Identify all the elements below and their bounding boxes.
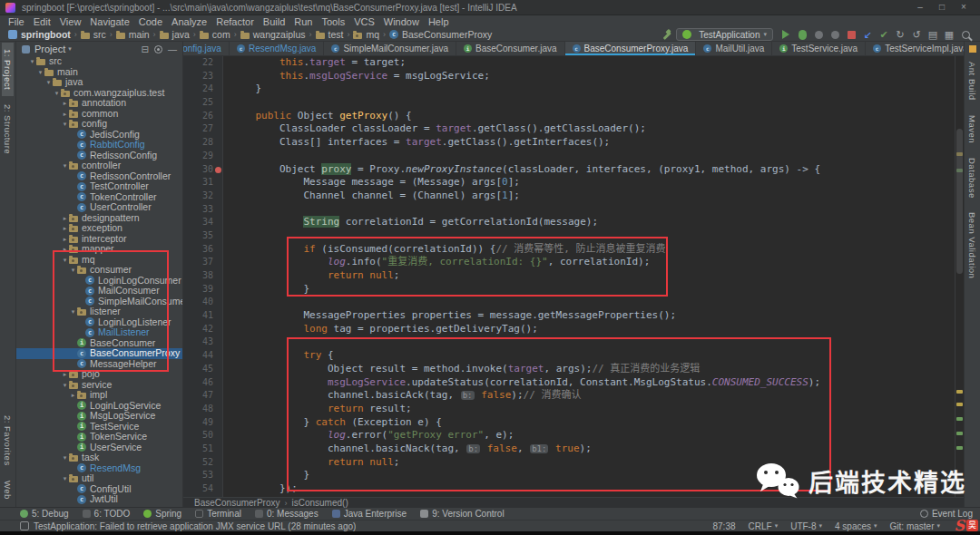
editor-area[interactable]: 2223242526272829303132333435363738394041… — [183, 56, 964, 497]
crumb-mq[interactable]: mq — [352, 29, 380, 40]
chevron-right-icon[interactable]: ▸ — [61, 109, 69, 120]
build-hammer-icon[interactable] — [662, 29, 672, 40]
tab-testservice-java[interactable]: iTestService.java — [772, 42, 866, 55]
tree-item-controller[interactable]: ▾controller — [16, 160, 182, 171]
chevron-down-icon[interactable]: ▾ — [36, 67, 44, 78]
chevron-down-icon[interactable]: ▾ — [69, 265, 77, 276]
tool-button-2-structure[interactable]: 2: Structure — [2, 98, 14, 160]
tool-button-spring[interactable]: Spring — [143, 509, 181, 519]
tool-button-0-messages[interactable]: 0: Messages — [255, 509, 318, 519]
chevron-right-icon[interactable]: ▸ — [61, 369, 69, 380]
collapse-all-icon[interactable]: ⊟ — [142, 44, 149, 54]
menu-item-run[interactable]: Run — [289, 15, 317, 28]
history-icon[interactable]: ↻ — [893, 29, 907, 41]
chevron-down-icon[interactable]: ▾ — [28, 56, 36, 67]
minimize-icon[interactable]: – — [909, 0, 931, 15]
search-everywhere-icon[interactable] — [958, 29, 973, 41]
tree-item-usercontroller[interactable]: cUserController — [16, 202, 182, 213]
tree-item-task[interactable]: ▾task — [16, 452, 182, 463]
tab-rabbitconfig-java[interactable]: cRabbitConfig.java — [183, 42, 230, 55]
menu-item-vcs[interactable]: VCS — [349, 15, 379, 28]
debug-icon[interactable] — [795, 29, 809, 41]
tool-button-5-debug[interactable]: 5: Debug — [20, 509, 69, 519]
tree-item-maillistener[interactable]: cMailListener — [16, 327, 182, 338]
chevron-right-icon[interactable]: ▸ — [69, 390, 77, 401]
status-utf-8[interactable]: UTF-8▾ — [790, 521, 822, 531]
run-config-selector[interactable]: TestApplication ▾ — [676, 28, 773, 41]
close-icon[interactable]: × — [953, 0, 975, 15]
tab-simplemailconsumer-java[interactable]: cSimpleMailConsumer.java — [324, 42, 456, 55]
status-crlf[interactable]: CRLF▾ — [749, 521, 779, 531]
crumb-baseconsumerproxy[interactable]: cBaseConsumerProxy — [388, 29, 493, 40]
tree-item-util[interactable]: ▾util — [16, 473, 182, 484]
tree-item-testcontroller[interactable]: cTestController — [16, 181, 182, 192]
stop-icon[interactable] — [844, 29, 858, 41]
tool-button-9-version-control[interactable]: 9: Version Control — [420, 509, 505, 519]
tool-button-2-favorites[interactable]: 2: Favorites — [2, 409, 14, 472]
chevron-down-icon[interactable]: ▾ — [69, 306, 77, 317]
project-panel-title[interactable]: Project — [34, 44, 65, 54]
status-git-master[interactable]: Git: master▾ — [890, 521, 940, 531]
tree-item-tokenservice[interactable]: iTokenService — [16, 432, 182, 443]
tree-item-annotation[interactable]: ▸annotation — [16, 98, 182, 109]
chevron-down-icon[interactable]: ▾ — [61, 119, 69, 130]
tab-resendmsg-java[interactable]: cResendMsg.java — [230, 42, 324, 55]
tree-item-msglogservice[interactable]: iMsgLogService — [16, 411, 182, 422]
menu-item-analyze[interactable]: Analyze — [167, 15, 211, 28]
menu-item-code[interactable]: Code — [134, 15, 167, 28]
tab-baseconsumerproxy-java[interactable]: cBaseConsumerProxy.java — [565, 42, 697, 55]
menu-item-refactor[interactable]: Refactor — [211, 15, 259, 28]
menu-item-view[interactable]: View — [55, 15, 86, 28]
menu-item-tools[interactable]: Tools — [317, 15, 349, 28]
menu-item-edit[interactable]: Edit — [29, 15, 55, 28]
crumb-com[interactable]: com — [199, 29, 231, 40]
hide-panel-icon[interactable]: — — [168, 44, 177, 54]
tree-item-main[interactable]: ▾main — [16, 67, 182, 78]
status-message[interactable]: TestApplication: Failed to retrieve appl… — [20, 521, 356, 531]
tree-item-exception[interactable]: ▸exception — [16, 223, 182, 234]
commit-icon[interactable]: ✔ — [877, 29, 891, 41]
settings-icon[interactable] — [154, 45, 162, 54]
scrollbar-thumb[interactable] — [956, 129, 963, 274]
tool-button-6-todo[interactable]: 6: TODO — [83, 509, 131, 519]
tool-button-ant-build[interactable]: Ant Build — [966, 55, 978, 107]
menu-item-navigate[interactable]: Navigate — [85, 15, 133, 28]
chevron-right-icon[interactable]: ▸ — [61, 223, 69, 234]
crumb-java[interactable]: java — [159, 29, 191, 40]
tree-item-consumer[interactable]: ▾consumer — [16, 265, 182, 276]
update-project-icon[interactable]: ↙ — [860, 29, 875, 41]
tree-item-listener[interactable]: ▾listener — [16, 306, 182, 317]
rollback-icon[interactable]: ↺ — [909, 29, 924, 41]
status-4-spaces[interactable]: 4 spaces▾ — [835, 521, 877, 531]
menu-item-help[interactable]: Help — [424, 15, 454, 28]
chevron-down-icon[interactable]: ▾ — [68, 45, 72, 53]
tab-testserviceimpl-java[interactable]: cTestServiceImpl.java — [866, 42, 964, 55]
tool-button-java-enterprise[interactable]: Java Enterprise — [332, 509, 407, 519]
editor-crumb-isconsumed[interactable]: isConsumed() — [289, 498, 349, 508]
tree-item-src[interactable]: ▾src — [16, 56, 182, 67]
chevron-right-icon[interactable]: ▸ — [61, 213, 69, 224]
tree-item-jwtutil[interactable]: cJwtUtil — [16, 494, 182, 505]
layout-icon[interactable]: ▦ — [942, 29, 956, 41]
tree-item-pojo[interactable]: ▸pojo — [16, 369, 182, 380]
chevron-right-icon[interactable]: ▸ — [61, 98, 69, 109]
status-87-38[interactable]: 87:38 — [713, 521, 736, 531]
crumb-test[interactable]: test — [315, 29, 345, 40]
chevron-down-icon[interactable]: ▾ — [44, 77, 53, 88]
chevron-right-icon[interactable]: ▸ — [61, 244, 69, 255]
tab-baseconsumer-java[interactable]: iBaseConsumer.java — [456, 42, 565, 55]
tree-item-baseconsumerproxy[interactable]: cBaseConsumerProxy — [16, 348, 182, 359]
crumb-springboot[interactable]: springboot — [7, 29, 72, 40]
tree-item-resendmsg[interactable]: cResendMsg — [16, 463, 182, 474]
recent-files-icon[interactable]: ▤ — [926, 29, 940, 41]
tool-button-1-project[interactable]: 1: Project — [2, 43, 14, 96]
coverage-icon[interactable] — [811, 29, 826, 41]
tab-mailutil-java[interactable]: cMailUtil.java — [696, 42, 772, 55]
menu-item-window[interactable]: Window — [379, 15, 424, 28]
tool-button-bean-validation[interactable]: Bean Validation — [966, 206, 978, 285]
breakpoint-icon[interactable] — [215, 167, 221, 173]
profiler-icon[interactable] — [828, 29, 842, 41]
tree-item-mapper[interactable]: ▸mapper — [16, 244, 182, 255]
chevron-down-icon[interactable]: ▾ — [61, 380, 69, 391]
chevron-down-icon[interactable]: ▾ — [53, 88, 61, 99]
